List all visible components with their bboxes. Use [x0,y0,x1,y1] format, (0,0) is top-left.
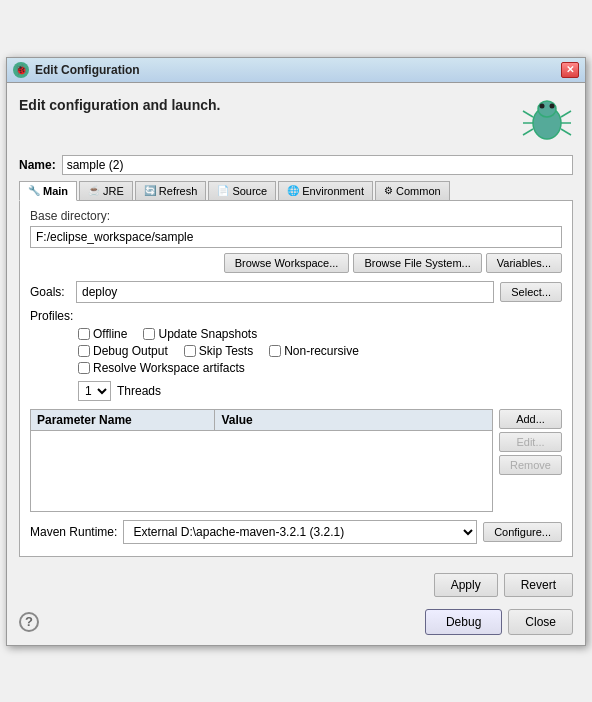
param-value-header: Value [215,410,492,430]
edit-button[interactable]: Edit... [499,432,562,452]
svg-point-8 [540,103,545,108]
param-table-body [31,431,492,511]
svg-line-4 [523,129,533,135]
revert-button[interactable]: Revert [504,573,573,597]
base-directory-label: Base directory: [30,209,562,223]
debug-output-label: Debug Output [93,344,168,358]
goals-input[interactable] [76,281,494,303]
param-table: Parameter Name Value [30,409,493,512]
checkboxes-grid: Offline Update Snapshots Debug Output Sk… [30,327,562,375]
resolve-artifacts-checkbox-item: Resolve Workspace artifacts [78,361,245,375]
offline-checkbox-item: Offline [78,327,127,341]
param-name-header: Parameter Name [31,410,215,430]
runtime-row: Maven Runtime: External D:\apache-maven-… [30,520,562,544]
svg-point-1 [538,101,556,117]
tab-jre-label: JRE [103,185,124,197]
refresh-tab-icon: 🔄 [144,185,156,196]
header-title: Edit configuration and launch. [19,97,220,113]
resolve-artifacts-checkbox[interactable] [78,362,90,374]
name-label: Name: [19,158,56,172]
environment-tab-icon: 🌐 [287,185,299,196]
content-area: Edit configuration and launch. Name: [7,83,585,567]
debug-button[interactable]: Debug [425,609,502,635]
tab-source[interactable]: 📄 Source [208,181,276,200]
tab-refresh-label: Refresh [159,185,198,197]
skip-tests-checkbox-item: Skip Tests [184,344,253,358]
tab-main[interactable]: 🔧 Main [19,181,77,201]
non-recursive-checkbox[interactable] [269,345,281,357]
browse-row: Browse Workspace... Browse File System..… [30,253,562,273]
param-table-section: Parameter Name Value Add... Edit... Remo… [30,409,562,512]
base-directory-input[interactable] [30,226,562,248]
threads-row: 1 2 4 Threads [30,381,562,401]
update-snapshots-checkbox[interactable] [143,328,155,340]
name-input[interactable] [62,155,573,175]
param-table-header: Parameter Name Value [31,410,492,431]
checkbox-row-3: Resolve Workspace artifacts [78,361,562,375]
remove-button[interactable]: Remove [499,455,562,475]
titlebar-left: 🐞 Edit Configuration [13,62,140,78]
offline-label: Offline [93,327,127,341]
main-window: 🐞 Edit Configuration ✕ Edit configuratio… [6,57,586,646]
update-snapshots-checkbox-item: Update Snapshots [143,327,257,341]
tab-source-label: Source [232,185,267,197]
footer-row: ? Debug Close [7,603,585,645]
source-tab-icon: 📄 [217,185,229,196]
configure-button[interactable]: Configure... [483,522,562,542]
window-title: Edit Configuration [35,63,140,77]
checkbox-row-1: Offline Update Snapshots [78,327,562,341]
non-recursive-checkbox-item: Non-recursive [269,344,359,358]
threads-select[interactable]: 1 2 4 [78,381,111,401]
svg-line-5 [561,111,571,117]
profiles-label: Profiles: [30,309,73,323]
svg-line-2 [523,111,533,117]
window-close-button[interactable]: ✕ [561,62,579,78]
main-panel: Base directory: Browse Workspace... Brow… [19,201,573,557]
svg-line-7 [561,129,571,135]
bug-icon [521,93,573,145]
skip-tests-label: Skip Tests [199,344,253,358]
common-tab-icon: ⚙ [384,185,393,196]
name-row: Name: [19,155,573,175]
runtime-select[interactable]: External D:\apache-maven-3.2.1 (3.2.1) [123,520,477,544]
goals-select-button[interactable]: Select... [500,282,562,302]
param-buttons: Add... Edit... Remove [499,409,562,512]
apply-revert-row: Apply Revert [7,567,585,603]
offline-checkbox[interactable] [78,328,90,340]
apply-button[interactable]: Apply [434,573,498,597]
debug-output-checkbox[interactable] [78,345,90,357]
tab-refresh[interactable]: 🔄 Refresh [135,181,207,200]
checkbox-row-2: Debug Output Skip Tests Non-recursive [78,344,562,358]
main-tab-icon: 🔧 [28,185,40,196]
goals-label: Goals: [30,285,70,299]
goals-row: Goals: Select... [30,281,562,303]
resolve-artifacts-label: Resolve Workspace artifacts [93,361,245,375]
svg-point-9 [550,103,555,108]
tab-environment[interactable]: 🌐 Environment [278,181,373,200]
debug-output-checkbox-item: Debug Output [78,344,168,358]
threads-label: Threads [117,384,161,398]
tab-jre[interactable]: ☕ JRE [79,181,133,200]
browse-filesystem-button[interactable]: Browse File System... [353,253,481,273]
tab-main-label: Main [43,185,68,197]
tab-environment-label: Environment [302,185,364,197]
close-button[interactable]: Close [508,609,573,635]
add-button[interactable]: Add... [499,409,562,429]
jre-tab-icon: ☕ [88,185,100,196]
update-snapshots-label: Update Snapshots [158,327,257,341]
help-icon[interactable]: ? [19,612,39,632]
tabs-bar: 🔧 Main ☕ JRE 🔄 Refresh 📄 Source 🌐 Enviro… [19,181,573,201]
variables-button[interactable]: Variables... [486,253,562,273]
profiles-row: Profiles: [30,309,562,323]
skip-tests-checkbox[interactable] [184,345,196,357]
footer-right: Debug Close [425,609,573,635]
runtime-label: Maven Runtime: [30,525,117,539]
window-icon: 🐞 [13,62,29,78]
browse-workspace-button[interactable]: Browse Workspace... [224,253,350,273]
tab-common-label: Common [396,185,441,197]
titlebar: 🐞 Edit Configuration ✕ [7,58,585,83]
non-recursive-label: Non-recursive [284,344,359,358]
header-section: Edit configuration and launch. [19,93,573,145]
tab-common[interactable]: ⚙ Common [375,181,450,200]
